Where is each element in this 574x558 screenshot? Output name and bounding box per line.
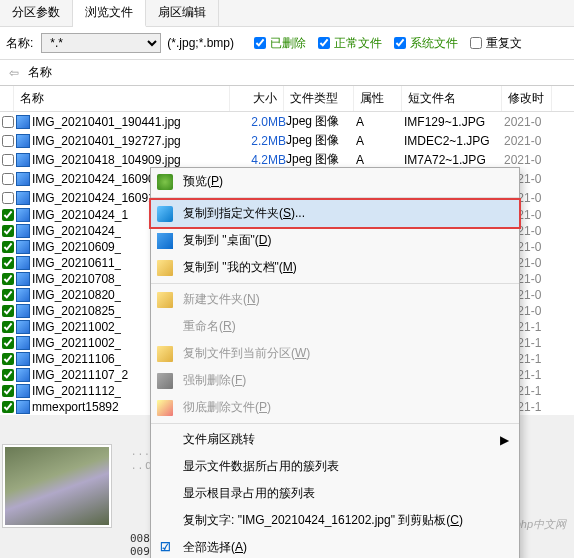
chk-deleted[interactable]	[254, 37, 266, 49]
file-icon	[16, 208, 30, 222]
row-checkbox[interactable]	[2, 257, 14, 269]
file-icon	[16, 384, 30, 398]
col-type[interactable]: 文件类型	[284, 86, 354, 111]
row-checkbox[interactable]	[2, 321, 14, 333]
menu-item[interactable]: 显示文件数据所占用的簇列表	[151, 453, 519, 480]
file-attr: A	[356, 115, 404, 129]
menu-label: 复制文件到当前分区(W)	[183, 345, 310, 362]
row-checkbox[interactable]	[2, 173, 14, 185]
file-name: IMG_20211002_	[32, 320, 121, 334]
row-checkbox[interactable]	[2, 401, 14, 413]
newfolder-icon	[157, 292, 173, 308]
menu-item: 彻底删除文件(P)	[151, 394, 519, 421]
blank-icon	[157, 513, 173, 529]
file-short: IM7A72~1.JPG	[404, 153, 504, 167]
file-name: IMG_20210424_1	[32, 208, 128, 222]
row-checkbox[interactable]	[2, 135, 14, 147]
menu-item[interactable]: 复制到指定文件夹(S)...	[151, 200, 519, 227]
menu-item[interactable]: 预览(P)	[151, 168, 519, 195]
menu-item[interactable]: ☑全部选择(A)	[151, 534, 519, 558]
menu-label: 强制删除(F)	[183, 372, 246, 389]
toolbar: 名称: *.* (*.jpg;*.bmp) 已删除 正常文件 系统文件 重复文	[0, 27, 574, 60]
chk-system[interactable]	[394, 37, 406, 49]
file-name: IMG_20211107_2	[32, 368, 128, 382]
chk-normal[interactable]	[318, 37, 330, 49]
menu-item[interactable]: 复制到 "桌面"(D)	[151, 227, 519, 254]
menu-label: 复制到 "桌面"(D)	[183, 232, 272, 249]
chk-normal-label: 正常文件	[334, 35, 382, 52]
chk-dup-label: 重复文	[486, 35, 522, 52]
file-icon	[16, 153, 30, 167]
thumbnail-image	[5, 447, 109, 525]
row-checkbox[interactable]	[2, 337, 14, 349]
blank-icon	[157, 319, 173, 335]
file-name: IMG_20210401_190441.jpg	[32, 115, 181, 129]
file-icon	[16, 115, 30, 129]
menu-label: 重命名(R)	[183, 318, 236, 335]
tabs-bar: 分区参数 浏览文件 扇区编辑	[0, 0, 574, 27]
file-name: IMG_20211106_	[32, 352, 121, 366]
file-icon	[16, 320, 30, 334]
menu-item[interactable]: 复制文字: "IMG_20210424_161202.jpg" 到剪贴板(C)	[151, 507, 519, 534]
menu-label: 复制到 "我的文档"(M)	[183, 259, 297, 276]
file-type: Jpeg 图像	[286, 132, 356, 149]
format-text: (*.jpg;*.bmp)	[167, 36, 234, 50]
col-name[interactable]: 名称	[14, 86, 230, 111]
row-checkbox[interactable]	[2, 289, 14, 301]
row-checkbox[interactable]	[2, 209, 14, 221]
col-date[interactable]: 修改时	[502, 86, 552, 111]
delete-icon	[157, 373, 173, 389]
file-icon	[16, 368, 30, 382]
col-short[interactable]: 短文件名	[402, 86, 502, 111]
file-short: IMF129~1.JPG	[404, 115, 504, 129]
file-icon	[16, 352, 30, 366]
col-attr[interactable]: 属性	[354, 86, 402, 111]
file-row[interactable]: IMG_20210401_190441.jpg 2.0MB Jpeg 图像 A …	[0, 112, 574, 131]
menu-label: 复制文字: "IMG_20210424_161202.jpg" 到剪贴板(C)	[183, 512, 463, 529]
col-size[interactable]: 大小	[230, 86, 284, 111]
folder-icon	[157, 260, 173, 276]
row-checkbox[interactable]	[2, 192, 14, 204]
tab-browse[interactable]: 浏览文件	[73, 0, 146, 27]
file-type: Jpeg 图像	[286, 151, 356, 168]
file-icon	[16, 240, 30, 254]
row-checkbox[interactable]	[2, 154, 14, 166]
menu-item: 重命名(R)	[151, 313, 519, 340]
row-checkbox[interactable]	[2, 241, 14, 253]
col-check[interactable]	[0, 86, 14, 111]
file-name: IMG_20210609_	[32, 240, 121, 254]
chk-dup[interactable]	[470, 37, 482, 49]
row-checkbox[interactable]	[2, 369, 14, 381]
row-checkbox[interactable]	[2, 305, 14, 317]
menu-label: 复制到指定文件夹(S)...	[183, 205, 305, 222]
menu-label: 新建文件夹(N)	[183, 291, 260, 308]
row-checkbox[interactable]	[2, 385, 14, 397]
file-name: IMG_20210708_	[32, 272, 121, 286]
nav-name-label: 名称	[28, 64, 52, 81]
file-name: IMG_20210820_	[32, 288, 121, 302]
chk-deleted-label: 已删除	[270, 35, 306, 52]
row-checkbox[interactable]	[2, 116, 14, 128]
menu-separator	[151, 197, 519, 198]
menu-label: 预览(P)	[183, 173, 223, 190]
filter-select[interactable]: *.*	[41, 33, 161, 53]
file-name: IMG_20210418_104909.jpg	[32, 153, 181, 167]
watermark: php中文网	[515, 517, 566, 532]
menu-item[interactable]: 文件扇区跳转▶	[151, 426, 519, 453]
tab-sector[interactable]: 扇区编辑	[146, 0, 219, 26]
row-checkbox[interactable]	[2, 225, 14, 237]
menu-separator	[151, 423, 519, 424]
file-size: 2.0MB	[232, 115, 286, 129]
menu-item[interactable]: 复制到 "我的文档"(M)	[151, 254, 519, 281]
file-type: Jpeg 图像	[286, 113, 356, 130]
nav-back-icon[interactable]: ⇦	[6, 65, 22, 81]
desktop-icon	[157, 233, 173, 249]
row-checkbox[interactable]	[2, 353, 14, 365]
menu-item[interactable]: 显示根目录占用的簇列表	[151, 480, 519, 507]
tab-partition[interactable]: 分区参数	[0, 0, 73, 26]
blank-icon	[157, 432, 173, 448]
menu-label: 显示根目录占用的簇列表	[183, 485, 315, 502]
row-checkbox[interactable]	[2, 273, 14, 285]
file-row[interactable]: IMG_20210401_192727.jpg 2.2MB Jpeg 图像 A …	[0, 131, 574, 150]
file-icon	[16, 134, 30, 148]
